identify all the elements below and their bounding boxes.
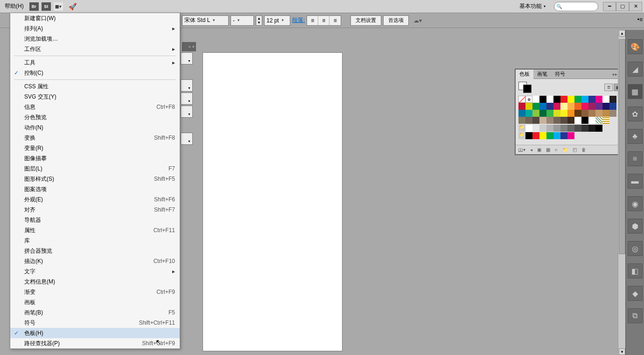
dropdown-stub-3[interactable]: ▼ <box>181 92 193 105</box>
swatch[interactable] <box>532 125 539 132</box>
swatch-libraries-icon[interactable]: 🕮▾ <box>518 147 525 152</box>
swatch[interactable] <box>525 117 532 124</box>
menu-help[interactable]: 帮助(H) <box>2 0 27 12</box>
list-view-icon[interactable]: ☰ <box>604 84 613 91</box>
swatch[interactable] <box>539 110 546 117</box>
tab-swatches[interactable]: 色板 <box>516 70 533 79</box>
swatch-group-folder[interactable]: 📁 <box>518 132 525 139</box>
swatch[interactable] <box>525 110 532 117</box>
dropdown-stub-1[interactable]: ▼ <box>181 52 193 64</box>
swatch[interactable] <box>588 117 595 124</box>
menu-flattener-preview[interactable]: 拼合器预览 <box>10 246 180 256</box>
swatch[interactable] <box>532 96 539 103</box>
color-guide-icon[interactable]: ◢ <box>628 62 643 77</box>
scroll-up-icon[interactable]: ▲ <box>619 30 625 36</box>
vertical-scrollbar[interactable]: ▲ ▼ <box>618 30 625 355</box>
menu-pathfinder[interactable]: 路径查找器(P)Shift+Ctrl+F9 <box>10 338 180 348</box>
swatch[interactable] <box>532 132 539 139</box>
menu-image-trace[interactable]: 图像描摹 <box>10 153 180 163</box>
swatch[interactable] <box>546 117 553 124</box>
swatch[interactable] <box>518 110 525 117</box>
document-setup-button[interactable]: 文档设置 <box>350 15 381 26</box>
cloud-icon[interactable]: ☁▾ <box>411 17 425 24</box>
swatch[interactable] <box>553 125 560 132</box>
swatch[interactable] <box>518 117 525 124</box>
swatch[interactable] <box>539 132 546 139</box>
menu-graphic-styles[interactable]: 图形样式(S)Shift+F5 <box>10 174 180 184</box>
menu-document-info[interactable]: 文档信息(M) <box>10 277 180 287</box>
swatch[interactable] <box>602 117 609 124</box>
collapse-icon[interactable]: « <box>189 44 191 49</box>
swatch[interactable] <box>567 103 574 110</box>
swatch[interactable] <box>518 96 525 103</box>
menu-layers[interactable]: 图层(L)F7 <box>10 163 180 174</box>
swatch[interactable] <box>539 103 546 110</box>
dropdown-stub-2[interactable]: ▼ <box>181 79 193 92</box>
font-family-select[interactable]: 宋体 Std L▼ <box>182 15 229 26</box>
menu-new-window[interactable]: 新建窗口(W) <box>10 13 180 23</box>
menu-svg-interactivity[interactable]: SVG 交互(Y) <box>10 92 180 102</box>
font-size-select[interactable]: 12 pt▼ <box>264 15 290 26</box>
swatch[interactable] <box>581 117 588 124</box>
menu-artboards[interactable]: 画板 <box>10 297 180 307</box>
swatch[interactable] <box>588 96 595 103</box>
swatch-options-icon[interactable]: ▣ <box>537 147 541 152</box>
swatch[interactable] <box>539 125 546 132</box>
menu-transform[interactable]: 变换Shift+F8 <box>10 133 180 143</box>
control-menu-icon[interactable]: •≡ <box>637 16 643 23</box>
appearance-dock-icon[interactable]: ◎ <box>628 241 643 256</box>
search-input[interactable] <box>554 2 598 11</box>
swatches-dock-icon[interactable]: ▦ <box>628 84 643 99</box>
swatch[interactable] <box>588 125 595 132</box>
swatch[interactable] <box>567 96 574 103</box>
swatch[interactable] <box>609 110 616 117</box>
collapse-icon[interactable]: ▸▸ <box>613 72 617 77</box>
swatch[interactable] <box>595 110 602 117</box>
swatch[interactable] <box>525 132 532 139</box>
maximize-button[interactable]: ▢ <box>616 2 629 11</box>
swatch[interactable] <box>553 110 560 117</box>
menu-pattern-options[interactable]: 图案选项 <box>10 184 180 194</box>
menu-css-properties[interactable]: CSS 属性 <box>10 81 180 92</box>
swatch[interactable] <box>609 103 616 110</box>
menu-stroke[interactable]: 描边(K)Ctrl+F10 <box>10 256 180 266</box>
cc-libraries-icon[interactable]: ⬢ <box>628 219 643 234</box>
swatch[interactable] <box>602 103 609 110</box>
swatch[interactable] <box>567 132 574 139</box>
gradient-dock-icon[interactable]: ▬ <box>628 174 643 189</box>
break-link-icon[interactable]: ⎌ <box>555 147 558 152</box>
menu-appearance[interactable]: 外观(E)Shift+F6 <box>10 194 180 205</box>
scrollbar-thumb[interactable] <box>619 39 625 254</box>
document-tab[interactable]: «× <box>182 42 196 51</box>
swatch[interactable] <box>518 103 525 110</box>
align-center-icon[interactable]: ≡ <box>318 16 329 25</box>
swatch[interactable] <box>574 125 581 132</box>
symbols-dock-icon[interactable]: ♣ <box>628 129 643 144</box>
swatch[interactable] <box>602 110 609 117</box>
swatch[interactable] <box>574 103 581 110</box>
dropdown-stub-4[interactable]: ▼ <box>181 106 193 118</box>
swatch[interactable] <box>553 96 560 103</box>
swatch[interactable] <box>539 96 546 103</box>
swatch[interactable] <box>595 103 602 110</box>
swatch[interactable] <box>588 110 595 117</box>
menu-separation-preview[interactable]: 分色预览 <box>10 112 180 122</box>
menu-navigator[interactable]: 导航器 <box>10 215 180 225</box>
menu-tools[interactable]: 工具 <box>10 57 180 68</box>
fill-stroke-indicator[interactable] <box>518 82 532 93</box>
transparency-dock-icon[interactable]: ◉ <box>628 196 643 211</box>
workspace-switcher[interactable]: 基本功能 ▾ <box>516 1 549 11</box>
menu-swatches[interactable]: ✓色板(H) <box>10 328 180 338</box>
menu-variables[interactable]: 变量(R) <box>10 143 180 153</box>
brushes-dock-icon[interactable]: ✿ <box>628 106 643 121</box>
paragraph-align[interactable]: ≡ ≡ ≡ <box>307 15 341 26</box>
delete-swatch-icon[interactable]: 🗑 <box>581 147 586 152</box>
show-swatch-kinds-icon[interactable]: ◂ <box>530 147 532 152</box>
menu-info[interactable]: 信息Ctrl+F8 <box>10 102 180 112</box>
new-color-group-icon[interactable]: ▦ <box>546 147 550 152</box>
swatch[interactable] <box>567 110 574 117</box>
swatch[interactable] <box>546 96 553 103</box>
swatch[interactable] <box>553 132 560 139</box>
graphic-styles-dock-icon[interactable]: ◧ <box>628 263 643 278</box>
swatch[interactable] <box>581 110 588 117</box>
